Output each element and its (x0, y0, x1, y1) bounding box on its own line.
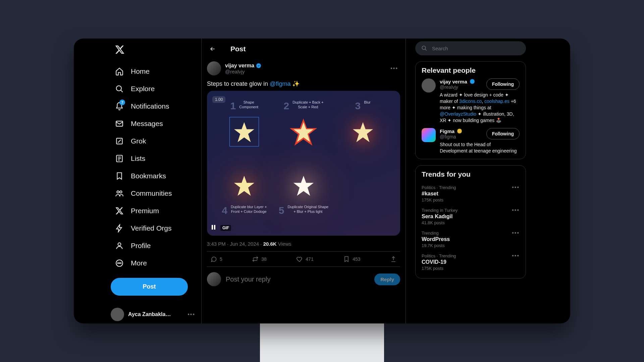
search-box[interactable] (415, 41, 526, 55)
bookmark-action[interactable]: 453 (343, 256, 360, 262)
step-label: Duplicate Original Shape + Blur + Plus l… (287, 205, 328, 214)
person-handle: @figma (440, 134, 463, 139)
nav-bookmarks[interactable]: Bookmarks (111, 167, 195, 185)
nav-more[interactable]: More (111, 254, 195, 272)
relevant-people-card: Relevant people vijay verma @realvjy Fol… (415, 61, 526, 159)
trends-card: Trends for you Politics · Trending #kase… (415, 165, 526, 279)
author-avatar[interactable] (207, 61, 221, 75)
nav-profile[interactable]: Profile (111, 237, 195, 254)
person-bio: A wizard ✦ love design + code ✦ maker of… (440, 92, 520, 123)
trend-count: 41.8K posts (422, 220, 520, 225)
avatar (111, 308, 124, 321)
x-logo[interactable] (111, 41, 195, 63)
nav-label: Verified Orgs (131, 224, 171, 232)
trend-item[interactable]: Politics · Trending COVID-19 175K posts … (422, 251, 520, 274)
nav-verified-orgs[interactable]: Verified Orgs (111, 220, 195, 237)
person-handle: @realvjy (440, 84, 475, 90)
verified-badge-icon (469, 78, 475, 84)
grok-icon (115, 136, 124, 146)
svg-point-4 (117, 191, 119, 193)
views-label: Views (277, 241, 291, 247)
more-icon (115, 258, 124, 268)
post-author[interactable]: vijay verma @realvjy ••• (207, 61, 400, 75)
reply-button[interactable]: Reply (374, 274, 400, 285)
back-button[interactable] (207, 43, 218, 55)
trend-menu-button[interactable]: ••• (512, 184, 520, 190)
lists-icon (115, 154, 124, 163)
reply-input[interactable] (226, 276, 370, 283)
bio-link[interactable]: coolshap.es (484, 99, 509, 104)
trend-item[interactable]: Politics · Trending #kaset 175K posts ••… (422, 182, 520, 205)
nav-grok[interactable]: Grok (111, 132, 195, 150)
trend-item[interactable]: Trending in Turkey Sera Kadıgil 41.8K po… (422, 205, 520, 228)
svg-point-10 (120, 263, 121, 263)
trend-item[interactable]: Trending WordPress 19.7K posts ••• (422, 228, 520, 251)
avatar[interactable] (422, 78, 436, 93)
nav-premium[interactable]: Premium (111, 202, 195, 220)
follow-button[interactable]: Following (486, 78, 520, 90)
follow-button[interactable]: Following (486, 128, 520, 139)
gif-controls[interactable]: GIF (212, 225, 231, 231)
person-item[interactable]: Figma @figma Following Shout out to the … (422, 128, 520, 154)
post-actions: 5 38 471 453 (207, 252, 400, 267)
reply-action[interactable]: 5 (210, 256, 222, 262)
nav-communities[interactable]: Communities (111, 185, 195, 202)
nav-label: Bookmarks (131, 172, 166, 180)
nav-lists[interactable]: Lists (111, 150, 195, 167)
more-dots-icon: ••• (187, 311, 195, 317)
communities-icon (115, 189, 124, 198)
like-action[interactable]: 471 (296, 256, 313, 262)
notification-badge: 7 (119, 100, 125, 105)
pause-icon[interactable] (212, 225, 218, 231)
avatar[interactable] (422, 128, 436, 142)
gif-badge: GIF (220, 225, 231, 231)
nav-notifications[interactable]: 7 Notifications (111, 98, 195, 115)
svg-marker-16 (293, 176, 314, 196)
post-media[interactable]: 1.00 1Shape Component 2Duplicate + Back … (207, 91, 400, 236)
bio-link[interactable]: @OverlayzStudio (440, 111, 476, 117)
nav-label: More (131, 259, 147, 267)
trend-menu-button[interactable]: ••• (512, 253, 520, 259)
verified-badge-icon (256, 63, 262, 69)
bio-link[interactable]: 3dicons.co (459, 99, 482, 104)
post-button[interactable]: Post (111, 278, 188, 296)
nav-explore[interactable]: Explore (111, 80, 195, 98)
bookmark-icon (115, 171, 124, 181)
person-item[interactable]: vijay verma @realvjy Following A wizard … (422, 78, 520, 123)
person-bio: Shout out to the Head of Development at … (440, 141, 520, 154)
nav-label: Messages (131, 120, 163, 128)
nav-label: Home (131, 67, 150, 75)
trend-menu-button[interactable]: ••• (512, 230, 520, 236)
lightning-icon (115, 224, 124, 233)
mention-link[interactable]: @figma (270, 80, 290, 87)
step-number: 5 (279, 205, 284, 216)
profile-icon (115, 241, 124, 250)
post-date[interactable]: Jun 24, 2024 (230, 241, 259, 247)
trend-menu-button[interactable]: ••• (512, 207, 520, 213)
views-count: 20.6K (263, 241, 277, 247)
x-icon (115, 206, 124, 216)
verified-org-badge-icon (457, 128, 463, 134)
post-text: Steps to create glow in @figma ✨ (207, 75, 400, 91)
svg-point-17 (422, 46, 426, 50)
trend-category: Trending (422, 231, 520, 236)
post-time[interactable]: 3:43 PM (207, 241, 226, 247)
step-number: 4 (222, 205, 227, 216)
mail-icon (115, 119, 124, 128)
trend-name: COVID-19 (422, 259, 520, 265)
nav-label: Grok (131, 137, 146, 145)
trend-category: Politics · Trending (422, 185, 520, 190)
search-input[interactable] (432, 46, 520, 51)
retweet-action[interactable]: 38 (252, 256, 267, 262)
account-switcher[interactable]: Ayca Zanbaklar Seçki ••• (111, 304, 195, 323)
post-menu-button[interactable]: ••• (388, 65, 400, 71)
svg-marker-13 (293, 122, 314, 142)
nav-messages[interactable]: Messages (111, 115, 195, 132)
trend-name: WordPress (422, 236, 520, 242)
nav-home[interactable]: Home (111, 63, 195, 80)
user-avatar (207, 272, 221, 286)
right-column: Relevant people vijay verma @realvjy Fol… (406, 39, 533, 323)
share-action[interactable] (390, 256, 397, 262)
nav-label: Explore (131, 85, 155, 93)
post: vijay verma @realvjy ••• Steps to create… (202, 59, 406, 267)
